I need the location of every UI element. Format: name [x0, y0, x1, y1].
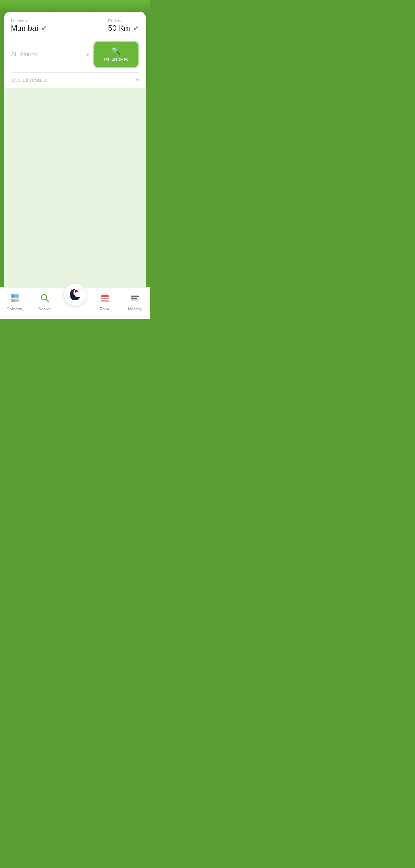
svg-rect-77	[101, 298, 109, 299]
places-dropdown[interactable]: All Places ▾	[11, 51, 89, 58]
places-button[interactable]: 🔍 PLACES	[93, 41, 139, 68]
places-dropdown-label: All Places	[11, 51, 38, 58]
chevron-down-icon: ▾	[86, 51, 89, 58]
svg-rect-74	[75, 290, 75, 296]
places-btn-label: PLACES	[104, 56, 128, 63]
svg-rect-68	[15, 294, 19, 298]
search-card: Location Mumbai ✓ Radius 50 Km ✓ All Pla…	[4, 12, 146, 88]
menu-icon	[130, 294, 139, 305]
nav-item-nearby[interactable]: Nearby	[120, 294, 150, 311]
grid-icon	[10, 294, 20, 305]
top-background	[0, 0, 150, 12]
svg-rect-69	[11, 299, 15, 302]
nav-item-zonal[interactable]: Zonal	[90, 294, 120, 311]
search-icon	[40, 294, 50, 305]
layers-icon	[100, 294, 110, 305]
divider-1	[11, 37, 139, 37]
results-chevron-icon[interactable]: ▾	[136, 77, 139, 83]
nav-item-category[interactable]: Category	[0, 294, 30, 311]
radius-label: Radius	[108, 18, 139, 23]
svg-rect-70	[15, 299, 19, 302]
radius-value-row: 50 Km ✓	[108, 24, 139, 33]
results-label: See all results:	[11, 76, 48, 83]
location-value: Mumbai	[11, 24, 38, 33]
results-row: See all results: ▾	[11, 76, 139, 83]
bottom-nav: Category Search	[0, 287, 150, 319]
search-places-icon: 🔍	[112, 46, 120, 55]
svg-rect-76	[101, 295, 109, 297]
location-value-row: Mumbai ✓	[11, 24, 47, 33]
nav-item-home[interactable]	[60, 283, 90, 306]
location-check-icon: ✓	[41, 24, 47, 33]
location-radius-row: Location Mumbai ✓ Radius 50 Km ✓	[11, 18, 139, 33]
nav-label-search: Search	[38, 307, 52, 311]
nav-label-zonal: Zonal	[100, 307, 110, 311]
divider-2	[11, 72, 139, 73]
svg-rect-78	[101, 300, 109, 302]
map-container[interactable]: KANDIVALI कांदिवली MALAD मालाड GOREGAON …	[4, 88, 146, 287]
nav-item-search[interactable]: Search	[30, 294, 60, 311]
svg-line-72	[46, 300, 49, 302]
location-label: Location	[11, 18, 47, 23]
app-container: Location Mumbai ✓ Radius 50 Km ✓ All Pla…	[0, 0, 150, 319]
radius-check-icon: ✓	[133, 24, 139, 33]
location-section: Location Mumbai ✓	[11, 18, 47, 33]
nav-label-category: Category	[7, 307, 24, 311]
svg-rect-67	[11, 294, 15, 298]
home-logo-circle	[63, 283, 86, 306]
radius-value: 50 Km	[108, 24, 130, 33]
places-row: All Places ▾ 🔍 PLACES	[11, 41, 139, 68]
radius-section: Radius 50 Km ✓	[108, 18, 139, 33]
nav-label-nearby: Nearby	[128, 307, 141, 311]
